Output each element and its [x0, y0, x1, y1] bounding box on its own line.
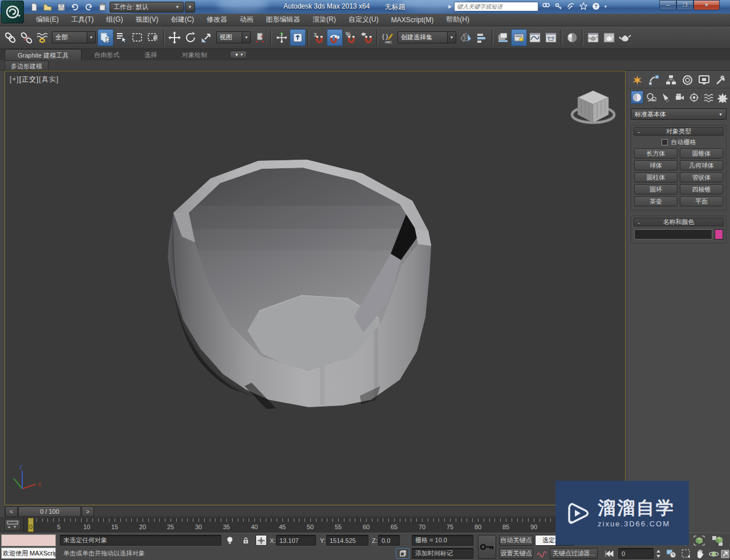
help-icon[interactable]: ?	[591, 1, 601, 11]
auto-key-button[interactable]: 自动关键点	[499, 535, 533, 546]
menu-tools[interactable]: 工具(T)	[65, 14, 100, 26]
ribbon-tab-object-paint[interactable]: 对象绘制	[169, 49, 220, 60]
menu-graph-editors[interactable]: 图形编辑器	[259, 14, 306, 26]
cone-button[interactable]: 圆锥体	[680, 148, 723, 159]
time-slider-track[interactable]	[5, 506, 626, 517]
redo-icon[interactable]	[82, 1, 95, 13]
geometry-category-icon[interactable]	[631, 91, 643, 104]
maxscript-mini-listener[interactable]	[1, 534, 56, 546]
x-coordinate-field[interactable]: 13.107	[276, 535, 316, 546]
angle-snap-icon[interactable]	[327, 29, 343, 46]
menu-rendering[interactable]: 渲染(R)	[306, 14, 342, 26]
use-pivot-point-icon[interactable]	[253, 29, 269, 46]
isolate-selection-toggle-icon[interactable]	[396, 548, 409, 559]
viewport[interactable]: [+][正交][真实]	[5, 71, 626, 505]
object-name-field[interactable]	[634, 229, 712, 240]
percent-snap-icon[interactable]: %	[343, 29, 359, 46]
named-selection-dropdown[interactable]: 创建选择集▼	[398, 31, 456, 43]
create-tab-icon[interactable]	[631, 74, 644, 86]
pan-hand-icon[interactable]	[694, 548, 706, 559]
set-key-button[interactable]: 设置关键点	[499, 548, 533, 559]
motion-tab-icon[interactable]	[681, 74, 694, 86]
box-button[interactable]: 长方体	[634, 148, 678, 159]
time-slider-next-button[interactable]: >	[82, 506, 94, 517]
ribbon-minimize-dropdown[interactable]: ▼▾	[230, 51, 247, 59]
cylinder-button[interactable]: 圆柱体	[634, 172, 678, 182]
project-folder-icon[interactable]	[96, 1, 108, 13]
pyramid-button[interactable]: 四棱锥	[680, 184, 723, 194]
schematic-view-icon[interactable]	[543, 29, 559, 46]
minimize-button[interactable]: ─	[659, 0, 676, 10]
edit-named-selection-sets-icon[interactable]: { }ABC	[380, 29, 396, 46]
absolute-relative-coordinate-toggle[interactable]	[256, 535, 267, 546]
sphere-button[interactable]: 球体	[634, 160, 678, 171]
unlink-selection-icon[interactable]	[18, 29, 34, 46]
select-by-name-icon[interactable]	[113, 29, 129, 46]
orbit-icon[interactable]	[707, 548, 720, 559]
modify-tab-icon[interactable]	[647, 74, 660, 86]
view-cube[interactable]	[572, 91, 614, 123]
close-button[interactable]: ✕	[694, 0, 720, 10]
menu-edit[interactable]: 编辑(E)	[30, 14, 65, 26]
rectangular-selection-region-icon[interactable]	[129, 29, 145, 46]
systems-category-icon[interactable]	[716, 91, 729, 104]
graphite-ribbon-toggle-icon[interactable]	[511, 29, 527, 46]
spinner-snap-icon[interactable]	[359, 29, 375, 46]
display-tab-icon[interactable]	[697, 74, 711, 86]
track-bar[interactable]: 0510152025303540455055606570758085909510…	[23, 518, 626, 532]
go-to-start-icon[interactable]	[602, 548, 616, 559]
maximize-viewport-toggle-icon[interactable]	[720, 548, 730, 559]
hierarchy-tab-icon[interactable]	[664, 74, 678, 86]
time-slider-handle[interactable]: 0 / 100	[18, 506, 81, 517]
teapot-button[interactable]: 茶壶	[634, 196, 678, 206]
cameras-category-icon[interactable]	[674, 91, 686, 104]
lights-category-icon[interactable]	[659, 91, 672, 104]
menu-views[interactable]: 视图(V)	[129, 14, 165, 26]
render-production-icon[interactable]	[617, 29, 633, 46]
select-and-move-icon[interactable]	[167, 29, 182, 46]
menu-help[interactable]: 帮助(H)	[440, 14, 476, 26]
name-color-rollout-header[interactable]: -名称和颜色	[634, 218, 724, 226]
search-icon[interactable]	[541, 1, 551, 11]
open-mini-curve-editor-button[interactable]	[5, 519, 21, 531]
scene-object-bowl[interactable]	[168, 160, 433, 409]
maximize-button[interactable]: ❐	[676, 0, 694, 10]
snaps-toggle-icon[interactable]: 3	[311, 29, 327, 46]
render-setup-icon[interactable]	[585, 29, 601, 46]
key-filters-button[interactable]: 关键点过滤器...	[550, 548, 598, 559]
menu-animation[interactable]: 动画	[233, 14, 259, 26]
utilities-tab-icon[interactable]	[715, 74, 728, 86]
window-crossing-toggle-icon[interactable]	[145, 29, 161, 46]
torus-button[interactable]: 圆环	[634, 184, 678, 194]
selection-lock-icon[interactable]	[241, 535, 251, 546]
geosphere-button[interactable]: 几何球体	[680, 160, 723, 171]
viewport-canvas[interactable]: x z	[5, 71, 626, 505]
current-frame-field[interactable]: 0	[618, 548, 654, 559]
select-and-rotate-icon[interactable]	[182, 29, 198, 46]
selection-region-icon[interactable]	[680, 548, 692, 559]
ribbon-tab-freeform[interactable]: 自由形式	[82, 49, 132, 60]
add-time-tag[interactable]: 添加时间标记	[412, 548, 473, 559]
ribbon-tab-graphite[interactable]: Graphite 建模工具	[5, 49, 82, 60]
manage-layers-icon[interactable]	[495, 29, 511, 46]
communication-center-icon[interactable]	[566, 1, 576, 11]
primitive-category-dropdown[interactable]: 标准基本体▼	[631, 108, 727, 120]
helpers-category-icon[interactable]	[688, 91, 700, 104]
rendered-frame-window-icon[interactable]	[601, 29, 617, 46]
set-key-icon[interactable]	[478, 535, 496, 559]
keyboard-shortcut-override-icon[interactable]	[290, 29, 306, 46]
favorites-star-icon[interactable]	[578, 1, 589, 11]
zoom-extents-icon[interactable]	[692, 535, 707, 546]
menu-group[interactable]: 组(G)	[100, 14, 129, 26]
search-expand-icon[interactable]: ▶	[448, 4, 452, 9]
subscription-key-icon[interactable]	[553, 1, 563, 11]
workspace-dropdown[interactable]: 工作台: 默认▼	[110, 2, 184, 13]
frame-spinner[interactable]	[655, 548, 662, 559]
object-type-rollout-header[interactable]: -对象类型	[634, 127, 724, 136]
select-and-manipulate-icon[interactable]	[274, 29, 290, 46]
save-icon[interactable]	[55, 1, 67, 13]
curve-editor-icon[interactable]	[527, 29, 543, 46]
isolate-selection-lightbulb-icon[interactable]	[225, 535, 235, 546]
zoom-extents-all-icon[interactable]	[710, 535, 725, 546]
mirror-icon[interactable]	[458, 29, 474, 46]
